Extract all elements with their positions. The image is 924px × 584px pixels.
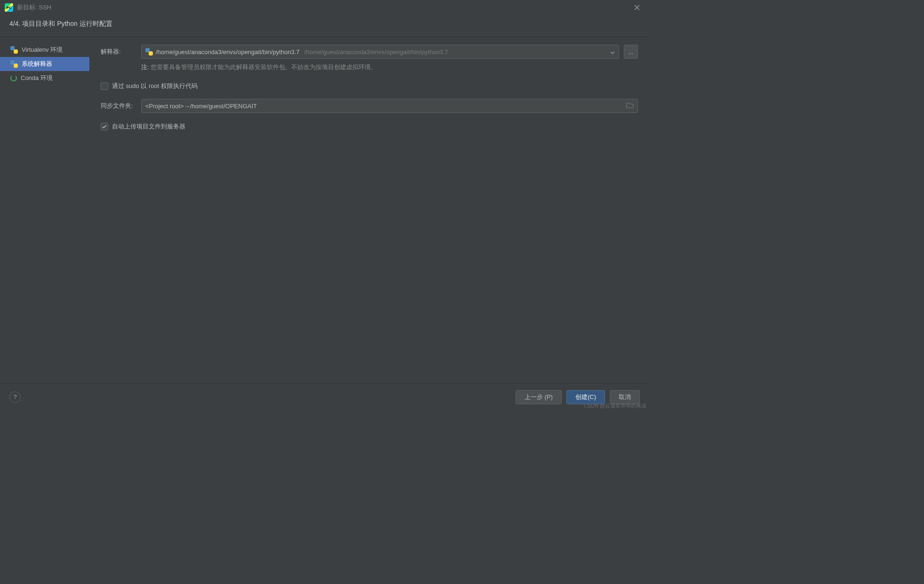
browse-interpreter-button[interactable]: ... [624,45,638,59]
sidebar-item-label: Virtualenv 环境 [22,46,63,54]
interpreter-combobox[interactable]: /home/guest/anaconda3/envs/opengait/bin/… [141,45,619,59]
python-icon [10,46,18,54]
sync-folder-input[interactable]: <Project root>→/home/guest/OPENGAIT [141,99,638,113]
bottom-bar: ? 上一步 (P) 创建(C) 取消 [0,383,649,410]
interpreter-note: 注: 您需要具备管理员权限才能为此解释器安装软件包。不妨改为按项目创建虚拟环境。 [101,64,638,72]
sudo-label: 通过 sudo 以 root 权限执行代码 [112,82,198,90]
sync-label: 同步文件夹: [101,102,136,110]
note-prefix: 注: [141,64,151,71]
previous-button[interactable]: 上一步 (P) [516,390,562,404]
interpreter-label: 解释器: [101,48,136,56]
interpreter-hint: /home/guest/anaconda3/envs/opengait/bin/… [304,48,448,56]
sudo-checkbox-row[interactable]: 通过 sudo 以 root 权限执行代码 [101,79,638,91]
chevron-down-icon [610,48,615,56]
sidebar-item-label: Conda 环境 [21,74,53,82]
conda-icon [10,75,17,81]
auto-upload-row[interactable]: 自动上传项目文件到服务器 [101,120,638,133]
sudo-checkbox[interactable] [101,82,108,90]
step-header: 4/4. 项目目录和 Python 运行时配置 [0,15,649,37]
help-button[interactable]: ? [9,392,21,403]
sidebar: Virtualenv 环境 系统解释器 Conda 环境 [0,37,89,383]
window-title: 新目标: SSH [17,3,51,12]
dialog-body: Virtualenv 环境 系统解释器 Conda 环境 解释器: /home/… [0,37,649,383]
main-panel: 解释器: /home/guest/anaconda3/envs/opengait… [89,37,649,383]
interpreter-path: /home/guest/anaconda3/envs/opengait/bin/… [156,48,300,56]
sync-row: 同步文件夹: <Project root>→/home/guest/OPENGA… [101,99,638,113]
app-icon: PC [5,3,13,12]
sidebar-item-system-interpreter[interactable]: 系统解释器 [0,57,89,71]
close-icon [634,5,640,10]
close-button[interactable] [629,2,645,13]
create-button[interactable]: 创建(C) [566,390,605,404]
python-icon [145,48,153,56]
python-icon [10,60,18,68]
interpreter-row: 解释器: /home/guest/anaconda3/envs/opengait… [101,45,638,59]
watermark: CSDN @云霄星乖乖的果冻 [584,402,646,409]
sync-value: <Project root>→/home/guest/OPENGAIT [145,103,257,110]
auto-upload-label: 自动上传项目文件到服务器 [112,122,185,131]
sidebar-item-label: 系统解释器 [22,60,52,68]
auto-upload-checkbox[interactable] [101,123,108,130]
folder-icon[interactable] [626,102,634,110]
cancel-button[interactable]: 取消 [610,390,640,404]
titlebar: PC 新目标: SSH [0,0,649,15]
sidebar-item-virtualenv[interactable]: Virtualenv 环境 [0,43,89,57]
note-text: 您需要具备管理员权限才能为此解释器安装软件包。不妨改为按项目创建虚拟环境。 [151,64,377,71]
sidebar-item-conda[interactable]: Conda 环境 [0,71,89,85]
